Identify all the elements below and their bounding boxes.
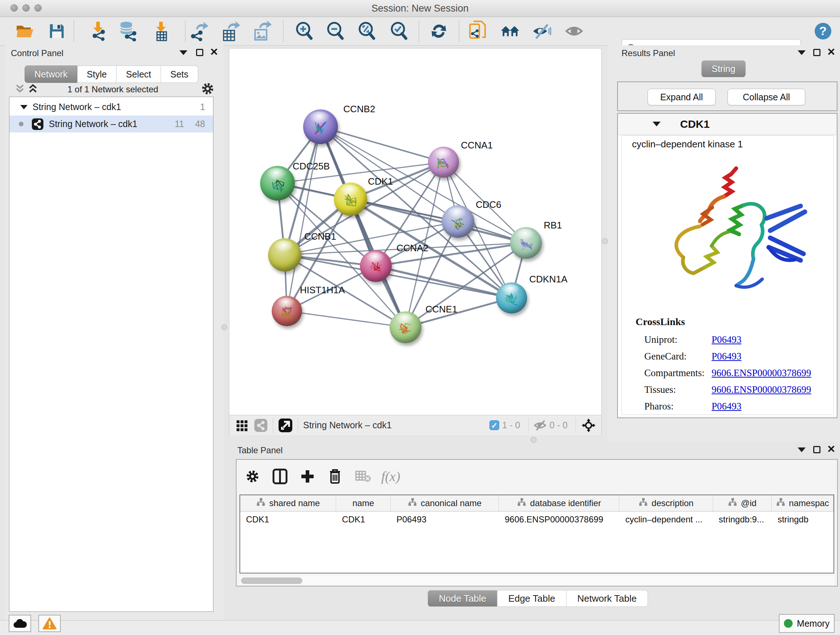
tab-string[interactable]: String [701, 60, 745, 77]
tab-network-table[interactable]: Network Table [567, 590, 648, 607]
network-node-RB1[interactable] [510, 227, 542, 259]
table-cell[interactable]: P06493 [391, 511, 499, 527]
network-node-CDKN1A[interactable] [496, 282, 527, 314]
export-table-icon[interactable] [221, 21, 240, 41]
table-panel-collapse-icon[interactable] [798, 448, 806, 452]
table-cell[interactable]: cyclin–dependent ... [619, 511, 713, 527]
tab-select[interactable]: Select [117, 65, 161, 83]
node-description: cyclin–dependent kinase 1 [632, 139, 743, 150]
control-panel-collapse-icon[interactable] [180, 50, 187, 55]
crosslink-link[interactable]: 9606.ENSP00000378699 [712, 367, 811, 379]
section-collapse-icon[interactable] [653, 122, 660, 126]
table-hscrollbar[interactable] [240, 576, 834, 585]
network-edge-CCNB2-CCNA1[interactable] [321, 127, 444, 162]
selected-indicator-checkbox[interactable]: ✓ [489, 420, 499, 430]
export-image-icon[interactable] [252, 21, 272, 41]
node-result-header[interactable]: CDK1 [618, 114, 837, 135]
export-network-icon[interactable] [189, 21, 209, 41]
network-row[interactable]: String Network – cdk1 11 48 [9, 116, 213, 133]
results-panel-float-icon[interactable] [813, 49, 821, 56]
table-cell[interactable]: stringdb [772, 511, 834, 527]
tab-node-table[interactable]: Node Table [428, 590, 497, 607]
cloud-status-button[interactable] [9, 615, 31, 632]
network-node-CCNA1[interactable] [428, 147, 459, 178]
import-table-icon[interactable] [151, 21, 171, 41]
column-header-name[interactable]: name [336, 495, 391, 511]
network-edge-CCNE1-CDKN1A[interactable] [406, 298, 512, 327]
crosslink-link[interactable]: 9606.ENSP00000378699 [712, 384, 811, 395]
tab-edge-table[interactable]: Edge Table [497, 590, 567, 607]
show-columns-icon[interactable] [270, 466, 290, 486]
zoom-in-icon[interactable] [294, 21, 314, 41]
crosslink-link[interactable]: P06493 [712, 401, 742, 412]
zoom-out-icon[interactable] [325, 21, 345, 41]
table-panel-close-icon[interactable]: ✕ [827, 445, 835, 453]
network-edge-CCNE1-HIST1H1A[interactable] [287, 311, 406, 327]
expand-all-networks-icon[interactable] [27, 84, 38, 95]
table-panel-float-icon[interactable] [813, 446, 821, 453]
network-thumbnail-icon[interactable] [254, 418, 268, 432]
import-network-icon[interactable] [88, 21, 107, 41]
column-header-shared-name[interactable]: shared name [240, 495, 336, 511]
table-cell[interactable]: CDK1 [336, 511, 391, 527]
right-splitter-handle[interactable] [602, 238, 608, 244]
tree-expander-icon[interactable] [20, 105, 27, 109]
network-node-HIST1H1A[interactable] [272, 296, 302, 326]
collapse-all-button[interactable]: Collapse All [728, 89, 805, 105]
control-panel-float-icon[interactable] [196, 49, 203, 56]
network-node-CDK1[interactable] [334, 182, 367, 216]
network-node-CCNB1[interactable] [268, 238, 302, 272]
column-header-canonical-name[interactable]: canonical name [391, 495, 499, 511]
network-node-CCNE1[interactable] [390, 311, 422, 343]
expand-all-button[interactable]: Expand All [647, 89, 715, 105]
table-hscrollbar-thumb[interactable] [241, 578, 302, 584]
show-panel-icon[interactable] [564, 21, 584, 41]
results-panel-close-icon[interactable]: ✕ [827, 48, 835, 56]
pan-navigator-icon[interactable] [581, 418, 596, 433]
detach-view-icon[interactable] [278, 418, 293, 432]
import-network-from-database-icon[interactable] [118, 21, 138, 41]
tab-sets[interactable]: Sets [161, 65, 198, 83]
network-node-CDC25B[interactable] [260, 166, 295, 201]
network-edge-CCNA2-CDKN1A[interactable] [376, 266, 512, 298]
crosslink-link[interactable]: P06493 [712, 334, 742, 345]
tab-style[interactable]: Style [77, 65, 117, 83]
tab-network[interactable]: Network [25, 65, 77, 83]
hide-panel-icon[interactable] [532, 21, 551, 41]
table-cell[interactable]: 9606.ENSP00000378699 [499, 511, 619, 527]
table-options-gear-icon[interactable] [242, 466, 263, 486]
open-session-icon[interactable] [15, 21, 35, 41]
network-options-gear-icon[interactable] [201, 81, 215, 97]
left-splitter-handle[interactable] [221, 325, 227, 330]
save-session-icon[interactable] [47, 21, 66, 41]
delete-column-icon[interactable] [325, 466, 345, 486]
help-icon[interactable]: ? [813, 21, 833, 41]
network-edge-CCNB2-HIST1H1A[interactable] [287, 127, 321, 311]
network-node-CCNB2[interactable] [303, 109, 338, 144]
control-panel-close-icon[interactable]: ✕ [210, 48, 218, 56]
column-header-@id[interactable]: @id [713, 495, 772, 511]
column-header-namespac[interactable]: namespac [772, 495, 834, 511]
memory-button[interactable]: Memory [779, 614, 835, 633]
home-networks-icon[interactable] [500, 21, 520, 41]
refresh-icon[interactable] [429, 21, 448, 41]
crosslink-link[interactable]: P06493 [712, 351, 742, 362]
table-cell[interactable]: stringdb:9... [713, 511, 772, 527]
collapse-all-networks-icon[interactable] [14, 84, 25, 95]
network-node-CDC6[interactable] [442, 205, 474, 238]
column-header-description[interactable]: description [619, 495, 713, 511]
results-panel-collapse-icon[interactable] [798, 50, 806, 55]
table-cell[interactable]: CDK1 [240, 511, 336, 527]
network-collection-row[interactable]: String Network – cdk1 1 [9, 98, 213, 116]
zoom-selected-icon[interactable] [389, 21, 409, 41]
zoom-fit-icon[interactable] [357, 21, 376, 41]
grid-view-icon[interactable] [236, 419, 249, 432]
cloud-icon [13, 618, 27, 629]
column-header-database-identifier[interactable]: database identifier [499, 495, 619, 511]
network-node-CCNA2[interactable] [360, 250, 392, 282]
network-canvas[interactable]: CCNB2CCNA1CDC25BCDK1CDC6RB1CCNB1CCNA2CDK… [229, 49, 601, 415]
copy-network-icon[interactable] [468, 21, 487, 41]
table-row[interactable]: CDK1CDK1P064939606.ENSP00000378699cyclin… [240, 511, 834, 527]
create-column-icon[interactable] [297, 466, 317, 486]
warnings-button[interactable] [38, 615, 61, 632]
